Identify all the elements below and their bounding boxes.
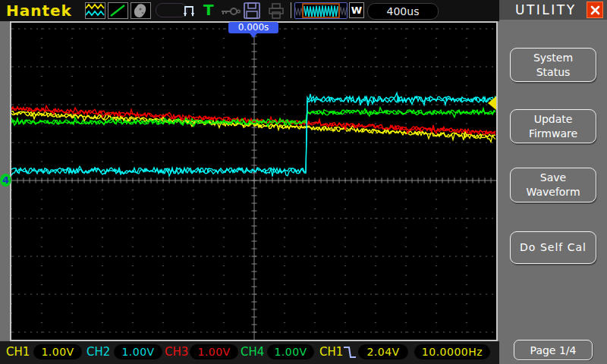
- trigger-type-label: T: [203, 1, 214, 19]
- vector-draw-icon[interactable]: [108, 2, 128, 19]
- update-firmware-button[interactable]: Update Firmware: [510, 109, 596, 143]
- oscilloscope-app: Hantek T: [0, 0, 607, 364]
- do-self-cal-button[interactable]: Do Self Cal: [510, 231, 596, 264]
- key-lock-icon[interactable]: [220, 5, 241, 20]
- toolbar-divider: [291, 2, 291, 18]
- save-floppy-icon[interactable]: [243, 2, 261, 22]
- window-zoom-icon[interactable]: W: [349, 2, 364, 18]
- ch2-label[interactable]: CH2: [86, 345, 110, 359]
- menu-header: UTILITY: [499, 0, 607, 20]
- trigger-position-tag[interactable]: 0.000s: [228, 22, 278, 33]
- ch1-label[interactable]: CH1: [6, 345, 30, 359]
- utility-menu-panel: UTILITY System Status Update Firmware Sa…: [499, 0, 607, 364]
- pulse-trigger-icon: [182, 2, 199, 22]
- ch1-scale-readout[interactable]: 1.00V: [33, 344, 82, 359]
- ch4-scale-readout[interactable]: 1.00V: [267, 344, 314, 359]
- trigger-frequency-readout[interactable]: 10.0000Hz: [414, 344, 490, 359]
- close-x-icon: [590, 5, 600, 15]
- ch4-label[interactable]: CH4: [241, 345, 264, 359]
- close-button[interactable]: [587, 2, 603, 18]
- save-waveform-button[interactable]: Save Waveform: [510, 168, 596, 202]
- trigger-source-label[interactable]: CH1: [319, 345, 343, 359]
- page-indicator-button[interactable]: Page 1/4: [514, 340, 593, 360]
- ch3-label[interactable]: CH3: [165, 345, 188, 359]
- trigger-level-readout[interactable]: 2.04V: [358, 344, 408, 359]
- top-toolbar: Hantek T: [0, 0, 499, 21]
- channel4-position-marker[interactable]: 4: [0, 174, 11, 187]
- system-status-button[interactable]: System Status: [510, 48, 596, 82]
- status-bar: CH1 1.00V CH2 1.00V CH3 1.00V CH4 1.00V …: [0, 341, 499, 364]
- waveform-preview-strip[interactable]: [294, 2, 348, 19]
- waveform-display: [10, 21, 498, 341]
- timebase-readout[interactable]: 400us: [367, 3, 439, 20]
- waveform-display-icon[interactable]: [85, 2, 105, 19]
- hand-icon[interactable]: [131, 2, 151, 19]
- falling-edge-icon: [343, 344, 357, 363]
- ch2-scale-readout[interactable]: 1.00V: [114, 344, 162, 359]
- hantek-logo: Hantek: [6, 2, 72, 20]
- trigger-level-arrow[interactable]: [488, 96, 496, 110]
- graticule-and-traces: [11, 23, 496, 343]
- print-icon[interactable]: [267, 2, 285, 22]
- menu-title: UTILITY: [515, 2, 577, 17]
- ch3-scale-readout[interactable]: 1.00V: [190, 344, 238, 359]
